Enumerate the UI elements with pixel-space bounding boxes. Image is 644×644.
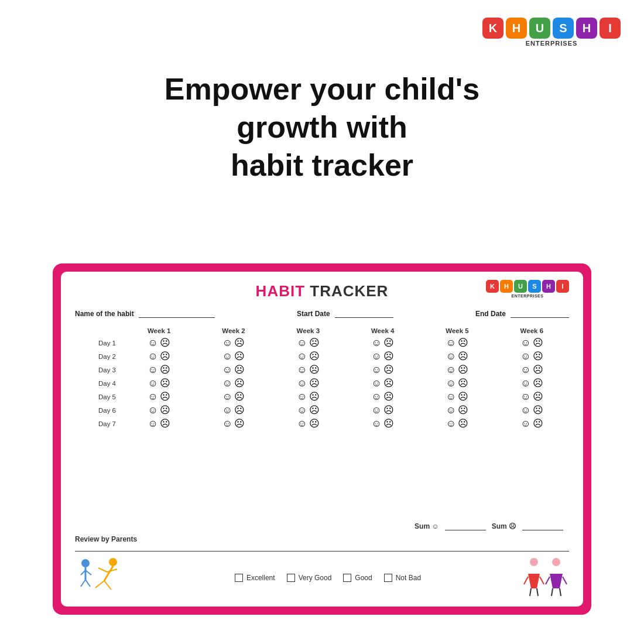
day6-week2: ☺☹ xyxy=(196,405,270,415)
day7-week4: ☺☹ xyxy=(345,419,420,429)
checkbox-verygood: Very Good xyxy=(287,574,332,582)
tracker-logo-letters: K H U S H I xyxy=(486,280,569,293)
day7-week5: ☺☹ xyxy=(420,419,494,429)
headline-line1: Empower your child's xyxy=(0,70,644,108)
tracker-card-wrapper: HABIT TRACKER K H U S H I ENTERPRISES Na… xyxy=(53,263,591,615)
review-label: Review by Parents xyxy=(75,535,137,543)
figure-left xyxy=(75,557,133,598)
week5-header: Week 5 xyxy=(420,327,494,334)
day5-week1: ☺☹ xyxy=(122,392,196,402)
day3-label: Day 3 xyxy=(75,366,122,374)
sum-row: Sum ☺ Sum ☹ xyxy=(75,522,569,530)
day5-week4: ☺☹ xyxy=(345,392,420,402)
logo-letters: K H U S H I xyxy=(482,18,621,39)
end-date-line[interactable] xyxy=(511,309,569,318)
headline: Empower your child's growth with habit t… xyxy=(0,70,644,184)
sum-happy-line[interactable] xyxy=(445,522,486,530)
sum-happy-label: Sum ☺ xyxy=(415,522,439,530)
day7-week3: ☺☹ xyxy=(271,419,345,429)
tlogo-i: I xyxy=(556,280,569,293)
tracker-title: HABIT TRACKER xyxy=(256,282,389,300)
day6-week5: ☺☹ xyxy=(420,405,494,415)
yoga-figures-svg xyxy=(75,557,133,598)
day3-week2: ☺☹ xyxy=(196,365,270,375)
day3-week1: ☺☹ xyxy=(122,365,196,375)
day5-week5: ☺☹ xyxy=(420,392,494,402)
day4-week2: ☺☹ xyxy=(196,378,270,388)
day6-week6: ☺☹ xyxy=(495,405,569,415)
svg-line-20 xyxy=(551,588,553,596)
svg-line-10 xyxy=(95,581,104,588)
tlogo-s: S xyxy=(528,280,541,293)
svg-line-9 xyxy=(107,569,117,572)
tracker-logo: K H U S H I ENTERPRISES xyxy=(486,280,569,298)
checkbox-good-box[interactable] xyxy=(343,574,351,582)
checkbox-excellent-box[interactable] xyxy=(235,574,243,582)
tracker-title-pink: HABIT xyxy=(256,282,305,300)
day2-label: Day 2 xyxy=(75,353,122,360)
svg-point-12 xyxy=(530,558,538,566)
sum-sad-label: Sum ☹ xyxy=(492,522,516,530)
logo-h2: H xyxy=(576,18,597,39)
end-date-label: End Date xyxy=(475,310,506,318)
day1-row: Day 1 ☺☹ ☺☹ ☺☹ ☺☹ ☺☹ ☺☹ xyxy=(75,338,569,348)
tracker-title-black: TRACKER xyxy=(305,282,388,300)
checkbox-notbad: Not Bad xyxy=(384,574,421,582)
checkbox-excellent: Excellent xyxy=(235,574,275,582)
day6-row: Day 6 ☺☹ ☺☹ ☺☹ ☺☹ ☺☹ ☺☹ xyxy=(75,405,569,415)
day7-row: Day 7 ☺☹ ☺☹ ☺☹ ☺☹ ☺☹ ☺☹ xyxy=(75,419,569,429)
week2-header: Week 2 xyxy=(196,327,270,334)
day4-week4: ☺☹ xyxy=(345,378,420,388)
logo-top-right: K H U S H I ENTERPRISES xyxy=(482,18,621,47)
day4-week1: ☺☹ xyxy=(122,378,196,388)
day3-week5: ☺☹ xyxy=(420,365,494,375)
tlogo-k: K xyxy=(486,280,499,293)
svg-line-14 xyxy=(540,577,544,584)
day4-week3: ☺☹ xyxy=(271,378,345,388)
day2-week5: ☺☹ xyxy=(420,351,494,361)
logo-u: U xyxy=(529,18,550,39)
day2-week6: ☺☹ xyxy=(495,351,569,361)
checkbox-verygood-box[interactable] xyxy=(287,574,295,582)
svg-line-18 xyxy=(546,577,550,584)
svg-line-21 xyxy=(560,588,561,596)
week4-header: Week 4 xyxy=(345,327,420,334)
habit-label: Name of the habit xyxy=(75,310,134,318)
checkbox-excellent-label: Excellent xyxy=(246,574,275,582)
tracker-logo-enterprises: ENTERPRISES xyxy=(512,294,544,298)
day4-row: Day 4 ☺☹ ☺☹ ☺☹ ☺☹ ☺☹ ☺☹ xyxy=(75,378,569,388)
svg-line-15 xyxy=(530,588,531,596)
headline-line2: growth with xyxy=(0,108,644,146)
svg-line-19 xyxy=(563,577,567,584)
tlogo-h1: H xyxy=(500,280,513,293)
tlogo-u: U xyxy=(514,280,527,293)
logo-s: S xyxy=(553,18,574,39)
day2-row: Day 2 ☺☹ ☺☹ ☺☹ ☺☹ ☺☹ ☺☹ xyxy=(75,351,569,361)
tracker-inner: HABIT TRACKER K H U S H I ENTERPRISES Na… xyxy=(61,272,583,607)
day6-label: Day 6 xyxy=(75,407,122,414)
day5-row: Day 5 ☺☹ ☺☹ ☺☹ ☺☹ ☺☹ ☺☹ xyxy=(75,392,569,402)
sum-sad-line[interactable] xyxy=(522,522,563,530)
footer-checkboxes: Excellent Very Good Good Not Bad xyxy=(133,574,522,582)
svg-line-16 xyxy=(537,588,538,596)
day3-week6: ☺☹ xyxy=(495,365,569,375)
day4-week5: ☺☹ xyxy=(420,378,494,388)
logo-i: I xyxy=(600,18,621,39)
checkbox-notbad-box[interactable] xyxy=(384,574,392,582)
week6-header: Week 6 xyxy=(495,327,569,334)
girls-figures-svg xyxy=(522,556,569,597)
day6-week1: ☺☹ xyxy=(122,405,196,415)
day7-week6: ☺☹ xyxy=(495,419,569,429)
footer-section: Excellent Very Good Good Not Bad xyxy=(75,556,569,600)
habit-input-line[interactable] xyxy=(139,309,215,318)
review-line[interactable] xyxy=(75,546,569,551)
svg-point-17 xyxy=(552,558,560,566)
habit-grid: Week 1 Week 2 Week 3 Week 4 Week 5 Week … xyxy=(75,327,569,520)
day7-week2: ☺☹ xyxy=(196,419,270,429)
week1-header: Week 1 xyxy=(122,327,196,334)
checkbox-notbad-label: Not Bad xyxy=(396,574,421,582)
logo-h1: H xyxy=(506,18,527,39)
day4-week6: ☺☹ xyxy=(495,378,569,388)
start-date-line[interactable] xyxy=(335,309,393,318)
checkbox-verygood-label: Very Good xyxy=(299,574,332,582)
